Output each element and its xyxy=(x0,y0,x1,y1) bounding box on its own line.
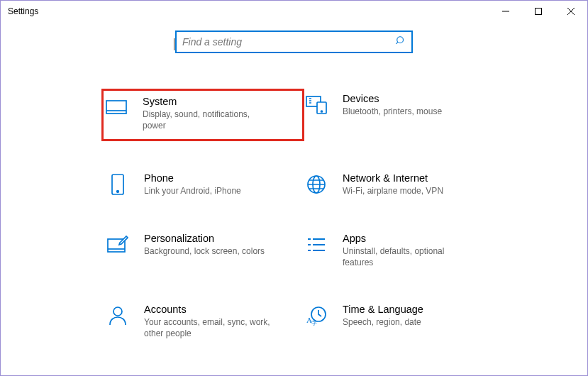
svg-text:字: 字 xyxy=(311,320,317,326)
tile-phone[interactable]: Phone Link your Android, iPhone xyxy=(106,168,304,201)
minimize-button[interactable] xyxy=(489,1,522,22)
text-caret xyxy=(174,38,174,50)
tile-desc: Bluetooth, printers, mouse xyxy=(343,106,442,117)
tile-desc: Your accounts, email, sync, work, other … xyxy=(144,316,272,339)
tile-desc: Uninstall, defaults, optional features xyxy=(343,245,470,268)
tile-network[interactable]: Network & Internet Wi-Fi, airplane mode,… xyxy=(304,168,503,201)
svg-rect-2 xyxy=(106,101,126,114)
search-icon xyxy=(396,35,406,48)
svg-point-5 xyxy=(321,111,323,112)
titlebar: Settings xyxy=(1,1,587,22)
tile-system[interactable]: System Display, sound, notifications, po… xyxy=(101,89,304,141)
window-controls xyxy=(489,1,587,22)
tile-personalization[interactable]: Personalization Background, lock screen,… xyxy=(106,228,304,272)
phone-icon xyxy=(106,172,130,197)
tile-title: Accounts xyxy=(144,304,272,315)
tile-title: Phone xyxy=(144,172,241,184)
tile-desc: Wi-Fi, airplane mode, VPN xyxy=(343,185,443,197)
tile-title: Apps xyxy=(343,233,470,244)
svg-point-11 xyxy=(113,307,122,316)
tile-time-language[interactable]: A 字 Time & Language Speech, region, date xyxy=(304,299,503,343)
tile-accounts[interactable]: Accounts Your accounts, email, sync, wor… xyxy=(106,299,304,343)
accounts-icon xyxy=(106,304,130,328)
tile-title: System xyxy=(143,96,270,107)
tile-desc: Speech, region, date xyxy=(343,316,423,328)
window-title: Settings xyxy=(8,6,38,16)
tile-devices[interactable]: Devices Bluetooth, printers, mouse xyxy=(304,89,503,141)
tile-apps[interactable]: Apps Uninstall, defaults, optional featu… xyxy=(304,228,503,272)
time-language-icon: A 字 xyxy=(304,304,328,328)
apps-icon xyxy=(304,233,328,257)
tile-title: Time & Language xyxy=(343,304,423,315)
svg-rect-0 xyxy=(536,9,542,15)
tile-desc: Display, sound, notifications, power xyxy=(143,109,270,131)
search-container xyxy=(1,31,587,53)
search-box[interactable] xyxy=(175,31,413,53)
devices-icon xyxy=(304,93,328,117)
tile-desc: Link your Android, iPhone xyxy=(144,185,241,197)
svg-point-7 xyxy=(117,191,119,193)
tile-desc: Background, lock screen, colors xyxy=(144,245,265,257)
search-input[interactable] xyxy=(182,36,396,48)
personalization-icon xyxy=(106,233,130,257)
tile-title: Devices xyxy=(343,93,442,104)
globe-icon xyxy=(304,172,328,197)
close-button[interactable] xyxy=(555,1,587,22)
tile-title: Personalization xyxy=(144,233,265,244)
system-icon xyxy=(104,96,128,120)
maximize-button[interactable] xyxy=(522,1,555,22)
settings-grid: System Display, sound, notifications, po… xyxy=(1,89,587,343)
tile-title: Network & Internet xyxy=(343,172,443,184)
